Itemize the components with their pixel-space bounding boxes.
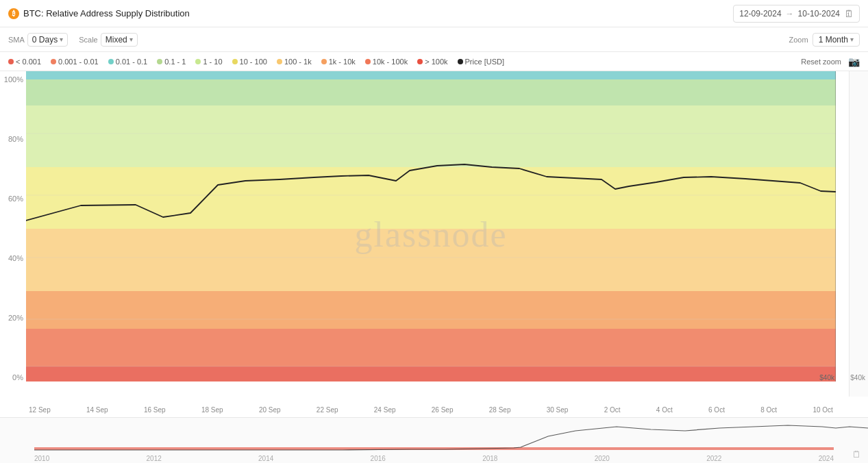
legend-label-1: 0.001 - 0.01 bbox=[58, 58, 99, 66]
year-2014: 2014 bbox=[258, 455, 273, 462]
mini-camera-icon[interactable]: 🗒 bbox=[852, 449, 861, 460]
legend-item-1: 0.001 - 0.01 bbox=[51, 58, 99, 66]
legend-dot-price bbox=[458, 59, 463, 64]
svg-rect-6 bbox=[26, 79, 836, 105]
mini-chart: 2010 2012 2014 2016 2018 2020 2022 2024 … bbox=[0, 417, 868, 463]
x-label-3: 18 Sep bbox=[201, 406, 223, 414]
reset-zoom-button[interactable]: Reset zoom bbox=[801, 58, 841, 66]
page-title: ₿ BTC: Relative Address Supply Distribut… bbox=[8, 8, 190, 19]
y-label-20: 20% bbox=[3, 314, 23, 322]
legend-label-7: 1k - 10k bbox=[329, 58, 356, 66]
legend-item-price: Price [USD] bbox=[458, 58, 504, 66]
chart-plot: glassnode $40k bbox=[26, 71, 836, 397]
chevron-down-icon2: ▾ bbox=[129, 36, 133, 43]
legend-label-6: 100 - 1k bbox=[284, 58, 312, 66]
legend-item-3: 0.1 - 1 bbox=[157, 58, 186, 66]
date-arrow: → bbox=[786, 9, 794, 18]
legend-label-8: 10k - 100k bbox=[373, 58, 408, 66]
svg-rect-0 bbox=[26, 366, 836, 381]
svg-rect-3 bbox=[26, 229, 836, 291]
scale-select[interactable]: Mixed ▾ bbox=[101, 33, 138, 47]
svg-rect-7 bbox=[26, 71, 836, 79]
legend-dot-1 bbox=[51, 59, 56, 64]
y-label-100: 100% bbox=[3, 75, 23, 84]
legend-bar: < 0.001 0.001 - 0.01 0.01 - 0.1 0.1 - 1 … bbox=[0, 52, 868, 71]
date-range-selector[interactable]: 12-09-2024 → 10-10-2024 🗓 bbox=[733, 5, 860, 23]
year-2022: 2022 bbox=[706, 455, 721, 462]
chevron-down-icon3: ▾ bbox=[850, 36, 854, 43]
legend-item-6: 100 - 1k bbox=[277, 58, 312, 66]
legend-dot-4 bbox=[195, 59, 201, 64]
x-label-0: 12 Sep bbox=[29, 406, 51, 414]
legend-label-9: > 100k bbox=[425, 58, 447, 66]
x-label-13: 8 Oct bbox=[760, 406, 777, 414]
legend-label-0: < 0.001 bbox=[16, 58, 41, 66]
legend-dot-2 bbox=[108, 59, 114, 64]
price-axis-label: $40k bbox=[850, 374, 865, 381]
legend-item-4: 1 - 10 bbox=[195, 58, 222, 66]
y-axis: 100% 80% 60% 40% 20% 0% bbox=[0, 71, 26, 397]
x-label-5: 22 Sep bbox=[317, 406, 338, 414]
x-label-2: 16 Sep bbox=[144, 406, 166, 414]
camera-icon[interactable]: 📷 bbox=[848, 56, 860, 67]
legend-dot-3 bbox=[157, 59, 162, 64]
year-2012: 2012 bbox=[147, 455, 162, 462]
legend-label-2: 0.01 - 0.1 bbox=[116, 58, 147, 66]
chart-svg bbox=[26, 71, 836, 381]
x-label-4: 20 Sep bbox=[259, 406, 281, 414]
legend-item-0: < 0.001 bbox=[8, 58, 41, 66]
legend-item-5: 10 - 100 bbox=[232, 58, 267, 66]
zoom-label: Zoom bbox=[789, 36, 808, 44]
sma-group: SMA 0 Days ▾ bbox=[8, 33, 68, 47]
legend-label-price: Price [USD] bbox=[465, 58, 504, 66]
x-label-9: 30 Sep bbox=[547, 406, 569, 414]
legend-item-2: 0.01 - 0.1 bbox=[108, 58, 147, 66]
legend-label-4: 1 - 10 bbox=[203, 58, 222, 66]
scale-label: Scale bbox=[79, 36, 98, 44]
year-2018: 2018 bbox=[482, 455, 497, 462]
x-label-1: 14 Sep bbox=[86, 406, 108, 414]
legend-label-5: 10 - 100 bbox=[240, 58, 267, 66]
legend-dot-9 bbox=[417, 59, 423, 64]
right-price-label: $40k bbox=[819, 374, 834, 381]
legend-dot-6 bbox=[277, 59, 282, 64]
x-axis: 12 Sep 14 Sep 16 Sep 18 Sep 20 Sep 22 Se… bbox=[26, 402, 836, 417]
svg-rect-5 bbox=[26, 105, 836, 167]
right-sidebar: $40k bbox=[849, 71, 868, 397]
legend-dot-8 bbox=[365, 59, 371, 64]
date-end: 10-10-2024 bbox=[798, 9, 840, 18]
x-label-14: 10 Oct bbox=[813, 406, 832, 414]
legend-label-3: 0.1 - 1 bbox=[164, 58, 186, 66]
scale-group: Scale Mixed ▾ bbox=[79, 33, 138, 47]
y-label-80: 80% bbox=[3, 135, 23, 143]
y-label-0: 0% bbox=[3, 373, 23, 381]
sma-select[interactable]: 0 Days ▾ bbox=[27, 33, 68, 47]
controls-bar: SMA 0 Days ▾ Scale Mixed ▾ Zoom 1 Month … bbox=[0, 27, 868, 52]
zoom-select[interactable]: 1 Month ▾ bbox=[813, 33, 860, 47]
svg-rect-1 bbox=[26, 329, 836, 366]
year-2024: 2024 bbox=[819, 455, 834, 462]
x-label-11: 4 Oct bbox=[656, 406, 673, 414]
btc-icon: ₿ bbox=[8, 8, 19, 19]
svg-rect-2 bbox=[26, 291, 836, 329]
x-label-12: 6 Oct bbox=[708, 406, 725, 414]
legend-item-8: 10k - 100k bbox=[365, 58, 408, 66]
year-2020: 2020 bbox=[595, 455, 610, 462]
mini-year-labels: 2010 2012 2014 2016 2018 2020 2022 2024 bbox=[34, 455, 834, 462]
x-label-8: 28 Sep bbox=[489, 406, 511, 414]
calendar-icon[interactable]: 🗓 bbox=[844, 8, 854, 19]
y-label-60: 60% bbox=[3, 195, 23, 203]
legend-item-7: 1k - 10k bbox=[321, 58, 356, 66]
mini-chart-svg bbox=[0, 421, 868, 455]
y-label-40: 40% bbox=[3, 254, 23, 262]
legend-right: Reset zoom 📷 bbox=[801, 56, 860, 67]
x-label-7: 26 Sep bbox=[432, 406, 454, 414]
x-label-6: 24 Sep bbox=[374, 406, 396, 414]
chart-container: 100% 80% 60% 40% 20% 0% bbox=[0, 71, 868, 417]
x-label-10: 2 Oct bbox=[604, 406, 621, 414]
chevron-down-icon: ▾ bbox=[60, 36, 63, 43]
legend-dot-5 bbox=[232, 59, 238, 64]
zoom-group: Zoom 1 Month ▾ bbox=[789, 33, 860, 47]
header-bar: ₿ BTC: Relative Address Supply Distribut… bbox=[0, 0, 868, 27]
date-start: 12-09-2024 bbox=[739, 9, 781, 18]
